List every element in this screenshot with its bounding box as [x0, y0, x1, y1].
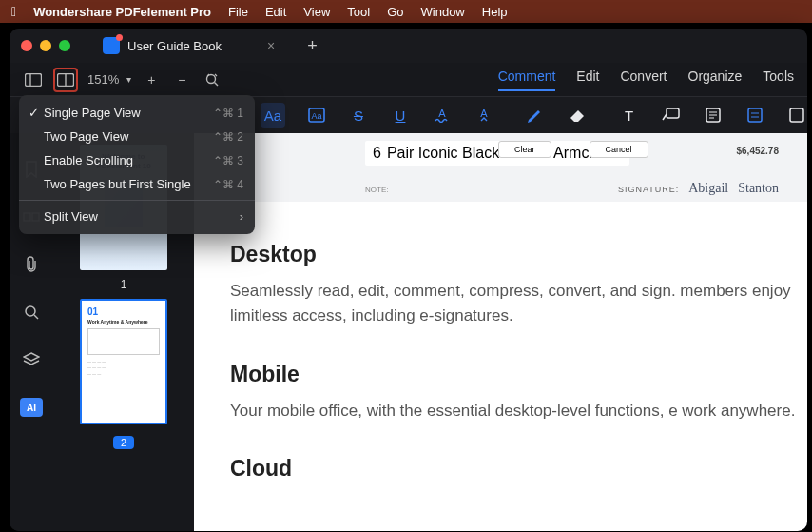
shapes-icon[interactable]	[786, 104, 807, 127]
tab-convert[interactable]: Convert	[620, 69, 667, 91]
area-highlight-icon[interactable]: Aa	[306, 104, 327, 127]
text-box-icon[interactable]: T	[618, 104, 639, 127]
paragraph-desktop: Seamlessly read, edit, comment, compress…	[230, 279, 807, 329]
new-tab-button[interactable]: +	[307, 36, 318, 56]
highlight-text-icon[interactable]: Aa	[261, 103, 285, 128]
svg-line-22	[34, 315, 38, 319]
close-button[interactable]	[21, 40, 32, 51]
menu-two-page-view[interactable]: Two Page View ⌃⌘ 2	[19, 125, 255, 148]
svg-point-21	[26, 306, 35, 316]
thumb2-number: 2	[113, 436, 134, 449]
signature-2: Stanton	[738, 181, 779, 196]
apple-menu-icon[interactable]: 	[11, 4, 16, 19]
svg-rect-0	[26, 73, 42, 86]
caret-insert-icon[interactable]: A	[474, 104, 494, 127]
menu-edit[interactable]: Edit	[265, 5, 286, 19]
previous-page-strip: 6 Pair Iconic Black Stokke Armchairs Cle…	[194, 133, 807, 202]
menu-single-page-view[interactable]: ✓ Single Page View ⌃⌘ 1	[19, 101, 255, 125]
eraser-icon[interactable]	[567, 104, 588, 127]
minimize-button[interactable]	[40, 40, 51, 51]
tab-title: User Guide Book	[127, 39, 222, 53]
document-viewport: 6 Pair Iconic Black Stokke Armchairs Cle…	[194, 133, 807, 531]
menu-help[interactable]: Help	[482, 5, 508, 19]
tab-tools[interactable]: Tools	[763, 69, 794, 91]
zoom-level[interactable]: 151% ▾	[87, 72, 131, 87]
menu-go[interactable]: Go	[387, 5, 403, 19]
heading-desktop: Desktop	[230, 242, 807, 267]
tab-comment[interactable]: Comment	[498, 69, 556, 91]
svg-text:A: A	[438, 108, 446, 119]
pencil-icon[interactable]	[525, 104, 546, 127]
signature-label: SIGNATURE:	[618, 185, 679, 194]
note-label: NOTE:	[365, 186, 388, 194]
tab-close-icon[interactable]: ×	[267, 38, 275, 53]
app-name[interactable]: Wondershare PDFelement Pro	[33, 5, 211, 19]
fit-page-icon[interactable]	[202, 69, 222, 90]
menu-tool[interactable]: Tool	[347, 5, 370, 19]
menu-split-view[interactable]: Split View ›	[19, 205, 255, 228]
menu-separator	[19, 200, 255, 201]
document-page[interactable]: Desktop Seamlessly read, edit, comment, …	[194, 202, 807, 531]
zoom-in-icon[interactable]: +	[141, 69, 162, 90]
thumb2-titlenum: 01	[87, 306, 160, 317]
callout-icon[interactable]	[661, 104, 682, 127]
menu-window[interactable]: Window	[421, 5, 465, 19]
menu-enable-scrolling[interactable]: Enable Scrolling ⌃⌘ 3	[19, 148, 255, 172]
menu-file[interactable]: File	[228, 5, 248, 19]
sidebar-toggle-icon[interactable]	[23, 69, 44, 90]
zoom-out-icon[interactable]: −	[171, 69, 192, 90]
thumb2-subtitle: Work Anytime & Anywhere	[87, 319, 160, 325]
chevron-down-icon: ▾	[126, 74, 131, 85]
window-controls	[21, 40, 70, 51]
page-thumbnail-2[interactable]: 01 Work Anytime & Anywhere — — — —— — — …	[80, 299, 167, 424]
chevron-right-icon: ›	[240, 209, 243, 224]
page-view-mode-icon[interactable]	[53, 68, 78, 92]
svg-line-5	[215, 82, 219, 86]
signature-1: Abigail	[688, 181, 728, 196]
titlebar: User Guide Book × +	[10, 29, 807, 63]
macos-menubar:  Wondershare PDFelement Pro File Edit V…	[0, 0, 812, 23]
options-bar: 151% ▾ + − Comment Edit Convert Organize…	[10, 63, 807, 97]
thumb2-box	[87, 328, 160, 355]
thumb1-number: 1	[121, 278, 127, 291]
svg-text:Aa: Aa	[311, 111, 321, 121]
sticky-note-icon[interactable]	[744, 104, 765, 127]
tab-edit[interactable]: Edit	[576, 69, 599, 91]
price-value: $6,452.78	[737, 146, 780, 156]
squiggly-icon[interactable]: A	[432, 104, 453, 127]
svg-text:A: A	[481, 108, 489, 119]
clear-button[interactable]: Clear	[498, 141, 551, 158]
check-icon: ✓	[29, 106, 44, 120]
underline-icon[interactable]: U	[390, 104, 411, 127]
ai-badge[interactable]: AI	[20, 398, 43, 417]
paragraph-mobile: Your mobile office, with the essential d…	[230, 399, 807, 424]
heading-cloud: Cloud	[230, 456, 807, 482]
maximize-button[interactable]	[59, 40, 70, 51]
row-num: 6	[373, 145, 381, 162]
pdf-app-icon	[103, 37, 120, 54]
menu-view[interactable]: View	[303, 5, 330, 19]
page-view-dropdown: ✓ Single Page View ⌃⌘ 1 Two Page View ⌃⌘…	[19, 95, 255, 234]
menu-two-pages-first-single[interactable]: Two Pages but First Single ⌃⌘ 4	[19, 172, 255, 196]
zoom-value: 151%	[87, 72, 119, 87]
attachment-icon[interactable]	[22, 255, 41, 274]
cancel-button[interactable]: Cancel	[590, 141, 648, 158]
search-icon[interactable]	[22, 303, 41, 322]
document-tab[interactable]: User Guide Book ×	[91, 31, 286, 60]
note-icon[interactable]	[703, 104, 724, 127]
svg-rect-10	[667, 108, 679, 118]
strikethrough-icon[interactable]: S	[348, 104, 369, 127]
layers-icon[interactable]	[22, 350, 41, 369]
heading-mobile: Mobile	[230, 362, 807, 387]
svg-rect-18	[790, 108, 803, 122]
svg-rect-15	[748, 108, 762, 122]
tab-organize[interactable]: Organize	[688, 69, 743, 91]
